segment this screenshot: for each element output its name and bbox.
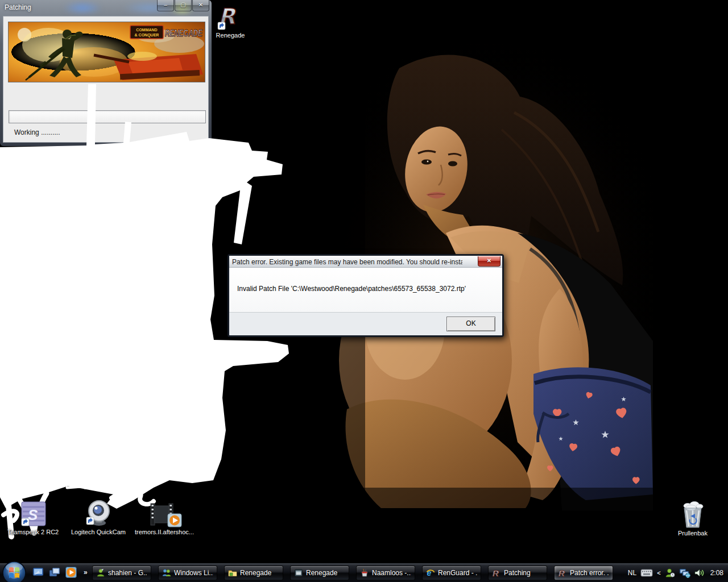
- shortcut-arrow-icon: [22, 518, 29, 526]
- keyboard-icon[interactable]: [640, 569, 653, 577]
- messenger-contact-icon: [96, 568, 105, 577]
- taskbar: » shahien - G... Windows Li...: [0, 563, 728, 582]
- paint-icon: [360, 568, 369, 577]
- language-indicator[interactable]: NL: [628, 569, 636, 577]
- renegade-r-icon: R: [492, 568, 501, 577]
- dialog-title: Patch error. Existing game files may hav…: [232, 258, 462, 266]
- tray-collapse-chevron[interactable]: <: [657, 569, 660, 576]
- taskbar-button-renegade-folder[interactable]: Renegade: [224, 566, 283, 580]
- close-button[interactable]: ✕: [192, 0, 209, 11]
- webcam-icon: [84, 500, 113, 527]
- dialog-footer: OK: [229, 312, 502, 335]
- start-button[interactable]: [2, 560, 27, 582]
- taskbar-button-paint[interactable]: Naamloos -...: [356, 566, 415, 580]
- media-play-badge-icon: [168, 514, 181, 527]
- messenger-people-icon: [162, 568, 171, 577]
- banner-game-title: RENEGADE: [165, 28, 203, 38]
- messenger-status-icon[interactable]: [665, 568, 675, 578]
- app-window-icon: [294, 568, 303, 577]
- ok-button[interactable]: OK: [446, 317, 495, 331]
- dialog-message: Invalid Patch File 'C:\Westwood\Renegade…: [237, 285, 466, 293]
- desktop-icon-quickcam[interactable]: Logitech QuickCam: [68, 500, 129, 535]
- taskbar-button-windows-live[interactable]: Windows Li...: [158, 566, 217, 580]
- network-icon[interactable]: [679, 568, 690, 578]
- taskbar-button-renguard[interactable]: e RenGuard - ...: [422, 566, 481, 580]
- system-tray: NL <: [628, 563, 726, 582]
- teamspeak-icon: S: [20, 501, 46, 527]
- internet-explorer-icon: e: [426, 568, 435, 577]
- desktop-icon-label: Teamspeak 2 RC2: [7, 529, 59, 535]
- minimize-button[interactable]: –: [157, 0, 174, 11]
- show-desktop-icon[interactable]: [32, 566, 44, 579]
- dialog-body: Invalid Patch File 'C:\Westwood\Renegade…: [229, 268, 502, 312]
- desktop-icon-label: Renegade: [216, 32, 245, 39]
- close-button[interactable]: ✕: [478, 256, 500, 267]
- maximize-button[interactable]: ▢: [175, 0, 192, 11]
- shortcut-arrow-icon: [86, 517, 94, 525]
- shortcut-arrow-icon: [218, 22, 225, 30]
- renegade-banner-image: COMMAND & CONQUER RENEGADE: [8, 22, 205, 82]
- svg-text:S: S: [28, 506, 38, 523]
- video-file-icon: [146, 502, 183, 527]
- desktop-icon-teamspeak[interactable]: S Teamspeak 2 RC2: [3, 501, 63, 535]
- desktop-icon-label: Logitech QuickCam: [71, 529, 126, 535]
- status-text: Working ..........: [14, 128, 60, 136]
- banner-brand-line1: COMMAND: [136, 28, 157, 32]
- dialog-titlebar[interactable]: Patch error. Existing game files may hav…: [229, 256, 502, 268]
- desktop-screen: R Renegade Patching – ▢ ✕: [0, 0, 728, 582]
- patching-window: Patching – ▢ ✕: [0, 0, 212, 146]
- taskbar-button-patching[interactable]: R Patching: [488, 566, 547, 580]
- renegade-r-icon: R: [217, 3, 243, 31]
- patching-client-area: COMMAND & CONQUER RENEGADE Working .....…: [3, 16, 209, 143]
- quick-launch-bar: »: [32, 566, 88, 579]
- glass-reflection: [63, 1, 102, 15]
- progress-bar: [9, 110, 206, 123]
- desktop-icon-tremors[interactable]: tremors.II.aftershoc...: [131, 502, 198, 535]
- svg-text:R: R: [559, 568, 565, 577]
- recycle-bin-full-icon: [681, 501, 705, 529]
- renegade-r-icon: R: [558, 568, 567, 577]
- taskbar-button-patch-error[interactable]: R Patch error. ...: [554, 566, 613, 580]
- taskbar-clock[interactable]: 2:08: [710, 569, 723, 577]
- taskbar-button-shahien[interactable]: shahien - G...: [92, 566, 151, 580]
- patch-error-dialog: Patch error. Existing game files may hav…: [228, 254, 504, 337]
- patching-titlebar[interactable]: Patching – ▢ ✕: [0, 0, 212, 16]
- svg-text:R: R: [493, 568, 499, 577]
- volume-icon[interactable]: [694, 568, 705, 577]
- taskbar-button-renegade-app[interactable]: Renegade: [290, 566, 349, 580]
- desktop-icon-recycle-bin[interactable]: Prullenbak: [673, 501, 712, 537]
- desktop-icon-label: Prullenbak: [678, 530, 708, 537]
- desktop-icon-renegade[interactable]: R Renegade: [213, 3, 248, 39]
- window-title: Patching: [5, 3, 31, 11]
- banner-brand-line2: & CONQUER: [135, 33, 159, 38]
- quick-launch-overflow-chevron[interactable]: »: [84, 568, 88, 576]
- desktop-icon-label: tremors.II.aftershoc...: [135, 529, 194, 535]
- switch-windows-icon[interactable]: [48, 566, 61, 579]
- media-player-icon[interactable]: [65, 566, 77, 579]
- folder-icon: [228, 568, 237, 577]
